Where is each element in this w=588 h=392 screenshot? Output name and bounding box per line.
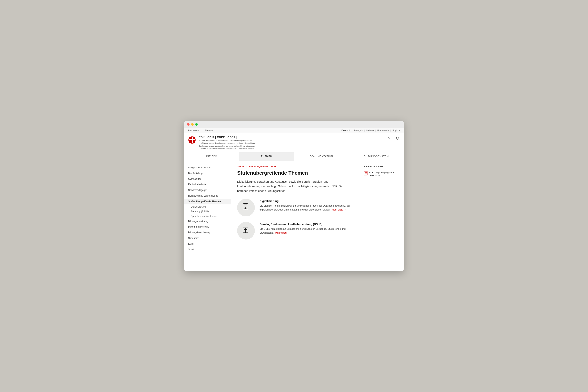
card-bslb-link[interactable]: Mehr dazu → bbox=[275, 232, 290, 234]
nav-themen[interactable]: THEMEN bbox=[239, 152, 294, 161]
card-digitalisierung-text: Die digitale Transformation wirft grundl… bbox=[260, 204, 355, 212]
maximize-button[interactable] bbox=[195, 123, 198, 126]
sidebar-item-bildungsmonitoring[interactable]: Bildungsmonitoring bbox=[184, 218, 231, 224]
card-bslb-body: Berufs-, Studien- und Laufbahnberatung (… bbox=[260, 222, 355, 235]
card-bslb-text: Die BSLB richtet sich an Schülerinnen un… bbox=[260, 227, 355, 235]
main-navigation: DIE EDK THEMEN DOKUMENTATION BILDUNGSSYS… bbox=[184, 152, 404, 161]
lang-francais[interactable]: Français bbox=[354, 129, 362, 132]
svg-rect-8 bbox=[195, 138, 196, 141]
card-digitalisierung-body: Digitalisierung Die digitale Transformat… bbox=[260, 199, 355, 212]
utility-links: Impressum | Sitemap bbox=[188, 129, 213, 132]
edk-logo-icon bbox=[188, 136, 196, 144]
search-icon[interactable] bbox=[396, 136, 400, 141]
card-bslb-title: Berufs-, Studien- und Laufbahnberatung (… bbox=[260, 223, 355, 226]
sidebar-item-diplomanerkennung[interactable]: Diplomanerkennung bbox=[184, 224, 231, 230]
lang-deutsch[interactable]: Deutsch bbox=[342, 129, 350, 132]
main-content: Themen / Stufenübergreifende Themen Stuf… bbox=[231, 161, 361, 271]
svg-rect-7 bbox=[188, 138, 189, 141]
close-button[interactable] bbox=[187, 123, 190, 126]
svg-rect-2 bbox=[193, 137, 195, 139]
pdf-icon bbox=[364, 171, 368, 176]
svg-rect-4 bbox=[193, 140, 195, 143]
language-switcher: Deutsch | Français | Italiano | Rumantsc… bbox=[342, 129, 400, 132]
sidebar-item-gymnasium[interactable]: Gymnasium bbox=[184, 176, 231, 182]
right-sidebar: Referenzdokument EDK-Tätigkeitsprogramm … bbox=[361, 161, 404, 271]
lang-italiano[interactable]: Italiano bbox=[366, 129, 374, 132]
card-digitalisierung-title: Digitalisierung bbox=[260, 200, 355, 203]
sidebar-item-sprachen[interactable]: Sprachen und Austausch bbox=[184, 214, 231, 218]
browser-window: Impressum | Sitemap Deutsch | Français |… bbox=[184, 121, 404, 271]
sidebar-item-hochschulen[interactable]: Hochschulen / Lehrerbildung bbox=[184, 193, 231, 199]
sidebar-item-bildungsfinanzierung[interactable]: Bildungsfinanzierung bbox=[184, 230, 231, 236]
minimize-button[interactable] bbox=[191, 123, 194, 126]
logo-area: EDK | CDIP | CDPE | CDEP | Schweizerisch… bbox=[188, 136, 256, 150]
header-actions bbox=[388, 136, 400, 141]
card-digitalisierung-link[interactable]: Mehr dazu → bbox=[332, 208, 346, 211]
org-description: Schweizerische Konferenz der kantonalen … bbox=[199, 139, 256, 150]
breadcrumb-stufenuebergreifende[interactable]: Stufenübergreifende Themen bbox=[248, 165, 276, 168]
logo-text: EDK | CDIP | CDPE | CDEP | Schweizerisch… bbox=[199, 136, 256, 150]
impressum-link[interactable]: Impressum bbox=[188, 129, 199, 132]
nav-bildungssystem[interactable]: BILDUNGSSYSTEM bbox=[349, 152, 404, 161]
sidebar-item-berufsbildung[interactable]: Berufsbildung bbox=[184, 170, 231, 176]
referenz-title: Referenzdokument bbox=[364, 165, 400, 169]
utility-bar: Impressum | Sitemap Deutsch | Français |… bbox=[184, 128, 404, 133]
intro-text: Digitalisierung, Sprachen und Austausch … bbox=[237, 180, 343, 193]
content-area: Obligatorische Schule Berufsbildung Gymn… bbox=[184, 161, 404, 271]
sidebar-item-sport[interactable]: Sport bbox=[184, 247, 231, 252]
svg-line-11 bbox=[399, 139, 400, 140]
site-header: EDK | CDIP | CDPE | CDEP | Schweizerisch… bbox=[184, 133, 404, 150]
sidebar-item-digitalisierung[interactable]: Digitalisierung bbox=[184, 204, 231, 209]
nav-die-edk[interactable]: DIE EDK bbox=[184, 152, 239, 161]
ref-item-0[interactable]: EDK-Tätigkeitsprogramm 2021-2024 bbox=[364, 171, 400, 177]
mail-icon[interactable] bbox=[388, 136, 392, 141]
svg-rect-6 bbox=[191, 143, 194, 144]
digitalisierung-icon bbox=[242, 203, 250, 212]
traffic-lights bbox=[187, 123, 198, 126]
sidebar-item-obligatorische-schule[interactable]: Obligatorische Schule bbox=[184, 165, 231, 170]
card-digitalisierung-icon-wrap bbox=[237, 199, 255, 216]
svg-rect-1 bbox=[189, 137, 192, 139]
card-digitalisierung: Digitalisierung Die digitale Transformat… bbox=[237, 199, 355, 216]
lang-rumantsch[interactable]: Rumantsch bbox=[377, 129, 389, 132]
org-name: EDK | CDIP | CDPE | CDEP | bbox=[199, 136, 256, 139]
sidebar-item-kultur[interactable]: Kultur bbox=[184, 241, 231, 247]
sidebar-item-stipendien[interactable]: Stipendien bbox=[184, 236, 231, 241]
sitemap-link[interactable]: Sitemap bbox=[204, 129, 213, 132]
bslb-icon bbox=[242, 226, 250, 235]
card-bslb: Berufs-, Studien- und Laufbahnberatung (… bbox=[237, 222, 355, 240]
nav-dokumentation[interactable]: DOKUMENTATION bbox=[294, 152, 349, 161]
sidebar-item-sonderpaedagogik[interactable]: Sonderpädagogik bbox=[184, 188, 231, 193]
breadcrumb-themen[interactable]: Themen bbox=[237, 165, 245, 168]
separator: | bbox=[202, 129, 202, 132]
svg-rect-3 bbox=[189, 140, 192, 143]
left-sidebar: Obligatorische Schule Berufsbildung Gymn… bbox=[184, 161, 231, 271]
titlebar bbox=[184, 121, 404, 128]
sidebar-item-stufenuebergreifende[interactable]: Stufenübergreifende Themen bbox=[184, 199, 231, 204]
sidebar-item-fachmittelschulen[interactable]: Fachmittelschulen bbox=[184, 182, 231, 188]
sidebar-item-beratung[interactable]: Beratung (BSLB) bbox=[184, 209, 231, 214]
lang-english[interactable]: English bbox=[392, 129, 400, 132]
ref-item-label-0: EDK-Tätigkeitsprogramm 2021-2024 bbox=[369, 171, 400, 177]
breadcrumb: Themen / Stufenübergreifende Themen bbox=[237, 165, 355, 168]
page-title: Stufenübergreifende Themen bbox=[237, 170, 355, 176]
svg-rect-5 bbox=[191, 136, 194, 137]
card-bslb-icon-wrap bbox=[237, 222, 255, 240]
